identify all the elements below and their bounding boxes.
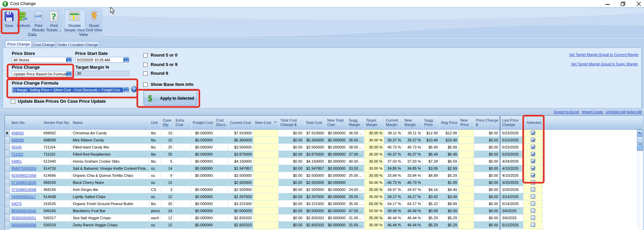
svg-text:?: ? (52, 11, 56, 22)
